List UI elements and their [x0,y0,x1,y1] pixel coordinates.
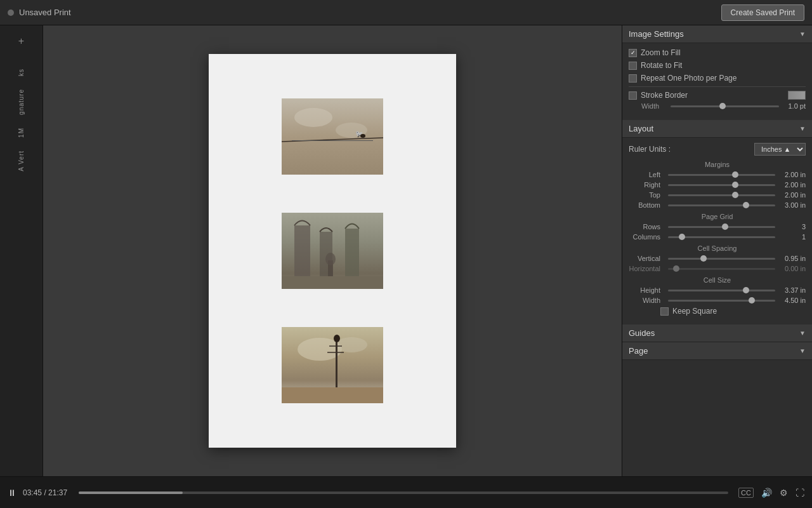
margin-left-slider[interactable] [668,174,775,176]
cc-button[interactable]: CC [738,488,754,498]
create-saved-print-button[interactable]: Create Saved Print [721,4,804,21]
page-header[interactable]: Page ▼ [622,342,812,360]
width-row: Width 1.0 pt [629,102,806,110]
image-settings-header[interactable]: Image Settings ▼ [622,25,812,43]
zoom-to-fill-row: Zoom to Fill [629,48,806,57]
svg-point-12 [325,253,336,265]
margin-left-row: Left 2.00 in [629,171,806,178]
add-icon[interactable]: + [12,32,31,51]
divider-1 [629,86,806,87]
zoom-to-fill-checkbox[interactable] [629,49,637,57]
stroke-border-label[interactable]: Stroke Border [641,91,688,100]
guides-header[interactable]: Guides ▼ [622,324,812,342]
cell-size-width-thumb[interactable] [749,297,755,304]
cell-size-height-thumb[interactable] [743,287,749,293]
guides-label: Guides [629,328,655,338]
margin-left-thumb[interactable] [732,171,738,178]
cell-size-height-row: Height 3.37 in [629,286,806,294]
stroke-border-checkbox[interactable] [629,91,637,100]
ruler-units-select[interactable]: Inches ▲ [754,143,806,156]
margin-bottom-slider[interactable] [668,204,775,206]
progress-bar[interactable] [79,491,728,494]
stroke-border-row: Stroke Border [629,91,806,100]
keep-square-label[interactable]: Keep Square [672,307,717,316]
svg-point-16 [336,337,367,352]
width-value: 1.0 pt [783,102,806,110]
margin-right-row: Right 2.00 in [629,181,806,189]
cell-spacing-vertical-thumb[interactable] [700,255,707,262]
margin-right-thumb[interactable] [732,182,738,188]
margin-bottom-thumb[interactable] [743,202,749,208]
cell-size-height-slider[interactable] [668,290,775,291]
repeat-one-photo-row: Repeat One Photo per Page [629,74,806,83]
cell-size-width-row: Width 4.50 in [629,297,806,304]
photo-slot-3 [282,327,383,403]
svg-rect-0 [282,98,383,175]
cell-size-height-name: Height [629,286,660,294]
width-slider-track[interactable] [671,105,779,107]
margin-top-slider[interactable] [668,194,775,196]
rotate-to-fit-label[interactable]: Rotate to Fit [641,61,682,70]
layout-body: Ruler Units : Inches ▲ Margins Left 2.00… [622,138,812,324]
window-dot [8,10,14,16]
cell-spacing-horizontal-value: 0.00 in [779,265,806,272]
repeat-one-photo-checkbox[interactable] [629,74,637,83]
ruler-units-row: Ruler Units : Inches ▲ [629,143,806,156]
margin-bottom-value: 3.00 in [779,201,806,209]
progress-bar-fill [79,491,183,494]
cell-size-label: Cell Size [629,276,806,284]
cell-size-width-slider[interactable] [668,300,775,302]
photo1-image [282,98,383,175]
keep-square-checkbox[interactable] [660,307,669,316]
cell-spacing-horizontal-slider[interactable] [668,268,775,270]
columns-slider[interactable] [668,236,775,238]
sidebar-label-ks: ks [18,69,25,76]
margin-top-name: Top [629,191,660,199]
rotate-to-fit-checkbox[interactable] [629,62,637,70]
repeat-one-photo-label[interactable]: Repeat One Photo per Page [641,74,737,83]
cell-spacing-horizontal-name: Horizontal [629,265,660,272]
page-label: Page [629,346,648,356]
rotate-to-fit-row: Rotate to Fit [629,61,806,70]
cell-spacing-vertical-name: Vertical [629,255,660,262]
volume-button[interactable]: 🔊 [761,488,772,498]
right-panel: Image Settings ▼ Zoom to Fill Rotate to … [622,25,812,476]
margin-right-slider[interactable] [668,184,775,186]
stroke-color-swatch[interactable] [788,91,806,100]
svg-rect-13 [282,276,383,289]
layout-label: Layout [629,124,653,133]
page-grid-label: Page Grid [629,213,806,220]
rows-row: Rows 3 [629,223,806,231]
keep-square-row: Keep Square [629,307,806,316]
total-time: 21:37 [48,488,67,497]
svg-rect-10 [345,229,359,276]
settings-button[interactable]: ⚙ [780,488,788,498]
margin-right-name: Right [629,181,660,189]
cell-spacing-vertical-slider[interactable] [668,258,775,260]
svg-point-1 [294,108,332,127]
rows-thumb[interactable] [722,224,728,230]
play-pause-button[interactable]: ⏸ [8,488,16,498]
layout-header[interactable]: Layout ▼ [622,120,812,138]
columns-thumb[interactable] [679,234,685,240]
cell-spacing-vertical-value: 0.95 in [779,255,806,262]
print-paper [209,54,456,448]
margin-left-name: Left [629,171,660,178]
width-slider-thumb[interactable] [719,103,726,109]
fullscreen-button[interactable]: ⛶ [796,488,804,498]
image-settings-body: Zoom to Fill Rotate to Fit Repeat One Ph… [622,43,812,120]
zoom-to-fill-label[interactable]: Zoom to Fill [641,48,681,57]
svg-point-4 [360,134,365,138]
bottom-bar: ⏸ 03:45 / 21:37 CC 🔊 ⚙ ⛶ [0,476,812,508]
width-label: Width [641,102,667,110]
rows-slider[interactable] [668,226,775,228]
cell-spacing-horizontal-thumb[interactable] [673,265,679,272]
margin-top-thumb[interactable] [732,192,738,198]
document-title: Unsaved Print [19,8,71,17]
columns-row: Columns 1 [629,233,806,241]
svg-point-2 [336,123,367,138]
bottom-controls: CC 🔊 ⚙ ⛶ [738,488,804,498]
svg-point-20 [334,335,340,342]
svg-rect-21 [282,387,383,403]
svg-rect-8 [294,225,310,276]
